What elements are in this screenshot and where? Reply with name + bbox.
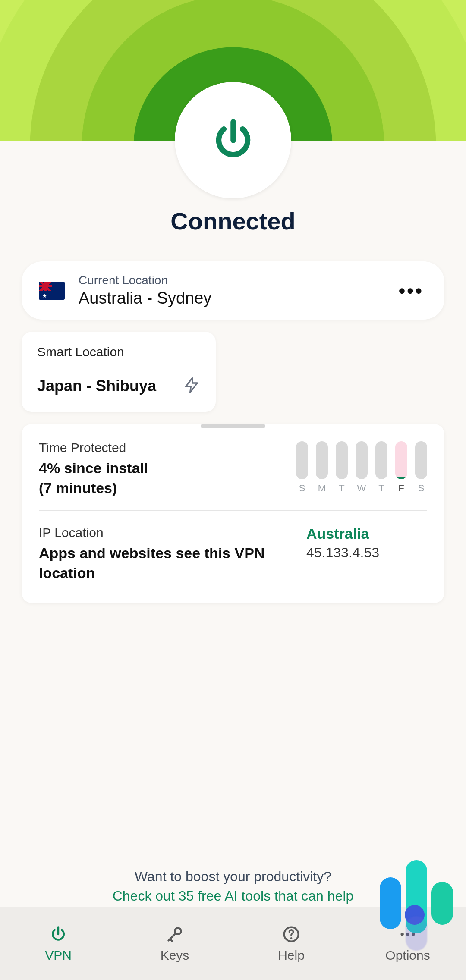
help-icon <box>282 925 301 944</box>
ip-location-desc: Apps and websites see this VPN location <box>39 543 298 583</box>
day-column: M <box>316 441 328 494</box>
nav-vpn-label: VPN <box>45 948 72 963</box>
svg-point-5 <box>412 933 415 936</box>
connection-status: Connected <box>0 207 466 235</box>
time-protected-section: Time Protected 4% since install (7 minut… <box>22 433 444 510</box>
day-label: S <box>418 483 425 494</box>
time-protected-line2: (7 minutes) <box>39 478 296 498</box>
ip-location-section: IP Location Apps and websites see this V… <box>22 511 444 603</box>
day-bar <box>296 441 308 479</box>
bottom-nav: VPN Keys Help Options <box>0 907 466 980</box>
flag-australia-icon <box>39 282 65 300</box>
drag-handle[interactable] <box>201 424 265 428</box>
day-label: T <box>378 483 384 494</box>
smart-location-label: Smart Location <box>37 345 200 359</box>
day-label: S <box>299 483 305 494</box>
ip-country: Australia <box>306 525 427 542</box>
current-location-label: Current Location <box>79 273 399 287</box>
day-bar <box>356 441 368 479</box>
nav-options-label: Options <box>385 948 430 963</box>
power-toggle-button[interactable] <box>175 82 291 198</box>
day-column: F <box>395 441 407 494</box>
day-column: S <box>415 441 427 494</box>
nav-keys-label: Keys <box>161 948 189 963</box>
nav-options[interactable]: Options <box>350 907 466 980</box>
smart-location-value: Japan - Shibuya <box>37 377 156 395</box>
time-protected-title: Time Protected <box>39 440 296 455</box>
cards-container: Current Location Australia - Sydney ••• … <box>0 261 466 615</box>
promo-banner[interactable]: Want to boost your productivity? Check o… <box>0 869 466 904</box>
power-icon <box>208 113 258 167</box>
ip-location-title: IP Location <box>39 525 298 540</box>
day-column: T <box>336 441 348 494</box>
nav-keys[interactable]: Keys <box>116 907 233 980</box>
day-bar <box>336 441 348 479</box>
svg-point-3 <box>401 933 404 936</box>
day-bar <box>395 441 407 479</box>
day-label: T <box>339 483 344 494</box>
day-bar <box>415 441 427 479</box>
time-protected-line1: 4% since install <box>39 459 296 478</box>
day-label: F <box>398 483 404 494</box>
week-bars: SMTWTFS <box>296 441 427 494</box>
current-location-card[interactable]: Current Location Australia - Sydney ••• <box>22 261 444 320</box>
svg-point-2 <box>290 937 292 939</box>
promo-line2: Check out 35 free AI tools that can help <box>17 888 449 904</box>
smart-location-card[interactable]: Smart Location Japan - Shibuya <box>22 332 216 412</box>
bolt-icon <box>183 376 200 396</box>
day-bar <box>375 441 387 479</box>
main-content: Connected Current Location Australia - S… <box>0 0 466 907</box>
power-icon <box>49 925 68 944</box>
day-bar <box>316 441 328 479</box>
nav-help-label: Help <box>278 948 305 963</box>
more-options-icon[interactable]: ••• <box>399 280 424 302</box>
promo-line1: Want to boost your productivity? <box>17 869 449 885</box>
location-text: Current Location Australia - Sydney <box>79 273 399 308</box>
day-label: W <box>357 483 366 494</box>
ip-address: 45.133.4.53 <box>306 545 427 561</box>
svg-point-4 <box>406 933 409 936</box>
day-column: S <box>296 441 308 494</box>
nav-help[interactable]: Help <box>233 907 350 980</box>
day-label: M <box>318 483 326 494</box>
key-icon <box>165 925 184 944</box>
current-location-value: Australia - Sydney <box>79 289 399 308</box>
options-icon <box>398 925 417 944</box>
nav-vpn[interactable]: VPN <box>0 907 116 980</box>
stats-card[interactable]: Time Protected 4% since install (7 minut… <box>22 424 444 603</box>
day-column: W <box>356 441 368 494</box>
day-column: T <box>375 441 387 494</box>
